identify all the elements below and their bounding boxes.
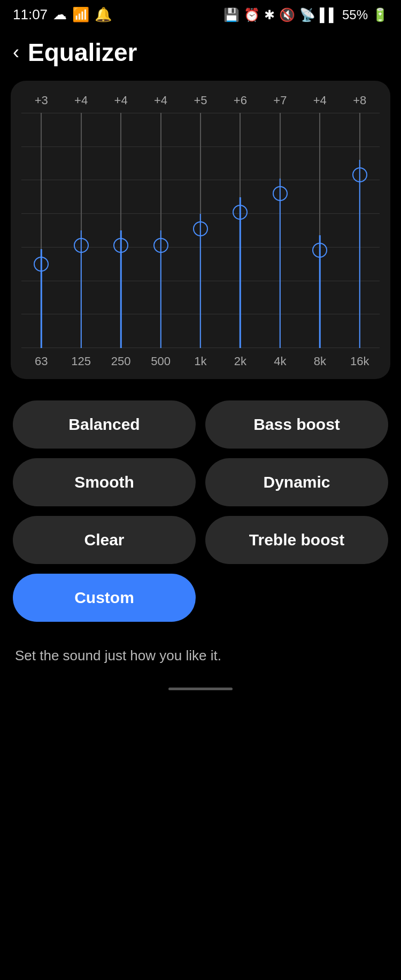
mute-icon: 🔇	[279, 7, 295, 22]
cloud-icon: ☁	[53, 6, 67, 23]
eq-db-value: +4	[107, 94, 135, 107]
signal-bars: ▌▌	[320, 7, 338, 22]
eq-db-value: +3	[27, 94, 55, 107]
preset-btn-dynamic[interactable]: Dynamic	[205, 458, 388, 506]
slider-thumb[interactable]	[193, 221, 208, 236]
eq-band-16k[interactable]	[346, 113, 374, 348]
signal-icon: 📶	[72, 6, 89, 23]
eq-band-125[interactable]	[67, 113, 95, 348]
eq-band-2k[interactable]	[226, 113, 254, 348]
description-text: Set the sound just how you like it.	[0, 632, 401, 672]
eq-sliders[interactable]	[21, 113, 380, 348]
slider-thumb[interactable]	[273, 186, 288, 201]
eq-db-value: +4	[67, 94, 95, 107]
eq-band-4k[interactable]	[266, 113, 294, 348]
preset-btn-custom[interactable]: Custom	[13, 574, 196, 622]
eq-freq-labels: 631252505001k2k4k8k16k	[21, 354, 380, 368]
slider-thumb[interactable]	[233, 205, 248, 220]
status-right: 💾 ⏰ ✱ 🔇 📡 ▌▌ 55% 🔋	[223, 7, 388, 22]
preset-btn-bass-boost[interactable]: Bass boost	[205, 400, 388, 449]
slider-fill	[280, 179, 281, 348]
eq-freq-label: 8k	[306, 354, 334, 368]
eq-freq-label: 500	[147, 354, 175, 368]
header: ‹ Equalizer	[0, 27, 401, 75]
eq-db-value: +8	[346, 94, 374, 107]
eq-freq-label: 16k	[346, 354, 374, 368]
eq-freq-label: 2k	[226, 354, 254, 368]
eq-freq-label: 1k	[187, 354, 214, 368]
eq-db-value: +4	[147, 94, 175, 107]
bottom-bar	[0, 672, 401, 699]
slider-thumb[interactable]	[153, 238, 168, 253]
eq-freq-label: 4k	[266, 354, 294, 368]
slider-thumb[interactable]	[74, 238, 89, 253]
eq-freq-label: 125	[67, 354, 95, 368]
eq-db-value: +5	[187, 94, 214, 107]
status-bar: 11:07 ☁ 📶 🔔 💾 ⏰ ✱ 🔇 📡 ▌▌ 55% 🔋	[0, 0, 401, 27]
eq-band-1k[interactable]	[187, 113, 214, 348]
eq-chart[interactable]	[21, 113, 380, 348]
eq-band-500[interactable]	[147, 113, 175, 348]
eq-db-value: +7	[266, 94, 294, 107]
preset-btn-treble-boost[interactable]: Treble boost	[205, 516, 388, 564]
presets-grid: BalancedBass boostSmoothDynamicClearTreb…	[13, 400, 388, 622]
slider-thumb[interactable]	[113, 238, 128, 253]
status-left: 11:07 ☁ 📶 🔔	[13, 6, 112, 23]
slider-fill	[240, 197, 241, 348]
eq-db-value: +4	[306, 94, 334, 107]
wifi-icon: 📡	[299, 7, 315, 22]
slider-fill	[359, 160, 360, 348]
eq-values-row: +3+4+4+4+5+6+7+4+8	[21, 94, 380, 107]
presets-section: BalancedBass boostSmoothDynamicClearTreb…	[0, 384, 401, 632]
slider-thumb[interactable]	[34, 257, 49, 272]
preset-btn-balanced[interactable]: Balanced	[13, 400, 196, 449]
eq-band-8k[interactable]	[306, 113, 334, 348]
eq-db-value: +6	[226, 94, 254, 107]
bottom-indicator	[168, 688, 233, 690]
preset-btn-smooth[interactable]: Smooth	[13, 458, 196, 506]
battery-icon: 🔋	[372, 7, 388, 22]
time: 11:07	[13, 6, 48, 23]
page-title: Equalizer	[28, 38, 137, 67]
slider-thumb[interactable]	[352, 167, 367, 182]
eq-band-63[interactable]	[27, 113, 55, 348]
eq-band-250[interactable]	[107, 113, 135, 348]
preset-btn-clear[interactable]: Clear	[13, 516, 196, 564]
save-icon: 💾	[223, 7, 240, 22]
slider-thumb[interactable]	[312, 243, 327, 258]
bluetooth-icon: ✱	[264, 7, 275, 22]
battery-percent: 55%	[342, 7, 368, 22]
equalizer-panel: +3+4+4+4+5+6+7+4+8 631252505001k2k4k8k16…	[11, 81, 390, 379]
eq-freq-label: 250	[107, 354, 135, 368]
person-icon: 🔔	[95, 6, 112, 23]
eq-freq-label: 63	[27, 354, 55, 368]
alarm-icon: ⏰	[244, 7, 260, 22]
back-button[interactable]: ‹	[13, 43, 19, 62]
